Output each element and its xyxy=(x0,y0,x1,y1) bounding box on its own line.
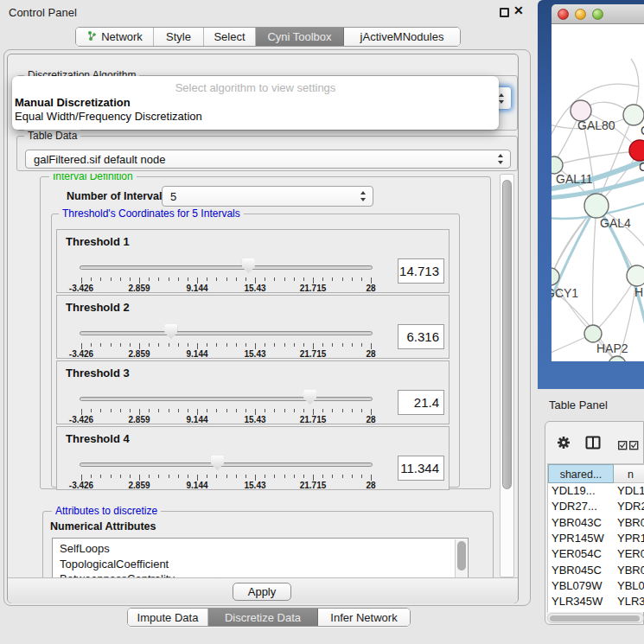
threshold-slider-track[interactable] xyxy=(80,331,373,335)
slider-tick xyxy=(216,409,217,412)
numerical-attributes-list[interactable]: SelfLoopsTopologicalCoefficientBetweenne… xyxy=(52,538,469,577)
table-row[interactable]: YDL19...YDL1 xyxy=(548,483,644,499)
threshold-slider-thumb[interactable] xyxy=(164,324,177,339)
slider-tick xyxy=(352,409,353,412)
threshold-value-field[interactable]: 6.316 xyxy=(398,324,444,349)
tab-select[interactable]: Select xyxy=(204,28,256,46)
control-panel-tab-bar: Network Style Select Cyni Toolbox jActiv… xyxy=(75,27,461,47)
network-edge[interactable] xyxy=(552,206,596,322)
table-data-select[interactable]: galFiltered.sif default node xyxy=(25,150,511,169)
network-node-label: C xyxy=(639,160,644,174)
slider-tick xyxy=(265,409,265,412)
table-row[interactable]: YBR045CYBR0 xyxy=(548,563,644,578)
table-row[interactable]: YIL052CYIL0 xyxy=(548,609,644,612)
minimize-traffic-light[interactable] xyxy=(575,9,586,20)
network-node[interactable] xyxy=(623,105,644,125)
slider-tick xyxy=(130,343,131,347)
column-header-name[interactable]: n xyxy=(614,464,644,483)
threshold-label: Threshold 3 xyxy=(66,367,130,379)
network-node[interactable] xyxy=(629,140,644,161)
option-equal-width-frequency[interactable]: Equal Width/Frequency Discretization xyxy=(15,110,202,123)
close-traffic-light[interactable] xyxy=(558,9,569,20)
slider-tick xyxy=(361,409,362,412)
table-row[interactable]: YER054CYER0 xyxy=(548,546,644,562)
threshold-slider-thumb[interactable] xyxy=(211,456,224,470)
tab-infer-network[interactable]: Infer Network xyxy=(318,609,410,626)
slider-tick xyxy=(294,475,295,478)
list-scrollbar[interactable] xyxy=(455,539,467,577)
slider-tick xyxy=(91,277,92,281)
slider-tick xyxy=(313,277,314,284)
threshold-panel: Threshold 1-3.4262.8599.14415.4321.71528… xyxy=(56,229,450,293)
threshold-slider-thumb[interactable] xyxy=(303,390,316,405)
network-node[interactable] xyxy=(584,325,602,342)
network-window-titlebar[interactable] xyxy=(552,4,644,24)
tab-discretize-data[interactable]: Discretize Data xyxy=(208,609,318,626)
threshold-slider-track[interactable] xyxy=(80,397,373,401)
slider-tick-label: 28 xyxy=(347,284,395,293)
table-row[interactable]: YBR043CYBR0 xyxy=(548,515,644,531)
slider-tick-label: 9.144 xyxy=(173,284,221,293)
network-node[interactable] xyxy=(584,194,609,218)
slider-tick-label: 21.715 xyxy=(289,481,337,490)
apply-button[interactable]: Apply xyxy=(233,583,291,601)
tab-jactivemnodules[interactable]: jActiveMNodules xyxy=(344,28,460,46)
attribute-list-item[interactable]: SelfLoops xyxy=(53,541,468,557)
slider-tick xyxy=(255,343,256,349)
tab-cyni-toolbox[interactable]: Cyni Toolbox xyxy=(256,28,344,46)
slider-tick xyxy=(245,475,246,478)
float-window-icon[interactable] xyxy=(500,8,509,17)
network-node[interactable] xyxy=(627,265,644,286)
slider-tick xyxy=(100,343,101,347)
threshold-value-field[interactable]: 11.344 xyxy=(398,456,444,481)
table-row[interactable]: YLR345WYLR3 xyxy=(548,594,644,609)
slider-tick xyxy=(265,277,265,281)
slider-tick xyxy=(149,409,150,412)
slider-tick xyxy=(188,475,188,478)
slider-tick xyxy=(226,343,227,347)
list-scrollbar-thumb[interactable] xyxy=(457,541,466,571)
slider-tick xyxy=(371,409,372,415)
network-canvas[interactable]: GAL80GACGAL11GAL4GCY1HHAP2 xyxy=(552,24,644,361)
slider-tick xyxy=(236,277,237,281)
table-row[interactable]: YPR145WYPR1 xyxy=(548,531,644,546)
tab-impute-data[interactable]: Impute Data xyxy=(128,609,208,626)
node-attribute-table[interactable]: shared... n YDL19...YDL1YDR27...YDR2YBR0… xyxy=(547,463,644,612)
table-row[interactable]: YBL079WYBL0 xyxy=(548,578,644,594)
table-row[interactable]: YDR27...YDR2 xyxy=(548,499,644,514)
threshold-slider-thumb[interactable] xyxy=(242,258,255,273)
settings-scrollbar-thumb[interactable] xyxy=(502,180,512,489)
zoom-traffic-light[interactable] xyxy=(592,9,603,20)
interval-definition-group: Interval Definition Number of Intervals … xyxy=(40,176,491,489)
threshold-panel: Threshold 3-3.4262.8599.14415.4321.71528… xyxy=(56,360,450,424)
network-graph[interactable]: GAL80GACGAL11GAL4GCY1HHAP2 xyxy=(552,24,644,361)
select-columns-icon[interactable] xyxy=(618,438,639,454)
network-view-window: GAL80GACGAL11GAL4GCY1HHAP2 xyxy=(538,0,644,389)
threshold-slider-track[interactable] xyxy=(80,265,373,270)
column-header-shared-name[interactable]: shared... xyxy=(548,464,614,483)
table-hscrollbar[interactable] xyxy=(547,613,644,623)
attribute-list-item[interactable]: BetweennessCentrality xyxy=(53,571,468,577)
group-title: Table Data xyxy=(24,130,80,142)
table-hscrollbar-thumb[interactable] xyxy=(550,615,640,622)
algorithm-placeholder-option[interactable]: Select algorithm to view settings xyxy=(12,81,499,94)
tab-network[interactable]: Network xyxy=(76,28,154,46)
threshold-slider-track[interactable] xyxy=(80,462,373,467)
slider-tick xyxy=(322,343,323,347)
threshold-value-field[interactable]: 14.713 xyxy=(398,258,444,284)
attribute-list-item[interactable]: TopologicalCoefficient xyxy=(53,557,468,572)
split-panel-icon[interactable] xyxy=(585,436,601,453)
network-node[interactable] xyxy=(552,156,563,174)
table-data-selected-value: galFiltered.sif default node xyxy=(34,153,165,166)
threshold-value-field[interactable]: 21.4 xyxy=(398,390,444,415)
slider-tick xyxy=(361,343,362,347)
option-manual-discretization[interactable]: Manual Discretization xyxy=(15,96,131,109)
network-edge[interactable] xyxy=(554,151,638,165)
gear-icon[interactable] xyxy=(557,436,571,453)
close-icon[interactable]: ✕ xyxy=(513,3,524,17)
network-node-label: H xyxy=(634,285,643,299)
tab-style[interactable]: Style xyxy=(154,28,204,46)
settings-scrollbar[interactable] xyxy=(500,174,514,577)
number-of-intervals-select[interactable]: 5 xyxy=(162,186,373,207)
network-edge[interactable] xyxy=(593,206,597,334)
